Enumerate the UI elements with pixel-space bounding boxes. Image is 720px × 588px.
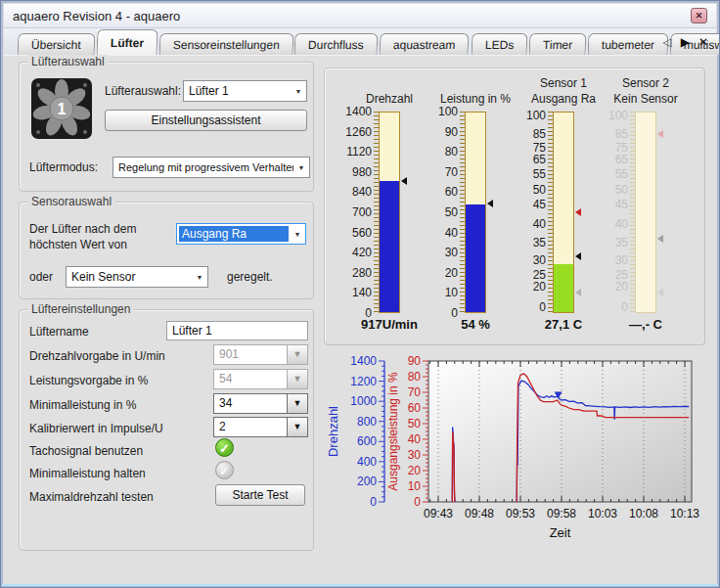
- chevron-down-icon: ▼: [291, 88, 306, 95]
- svg-text:90: 90: [408, 354, 422, 368]
- gauge-scale-label: 35: [602, 236, 628, 249]
- start-test-button[interactable]: Starte Test: [215, 484, 305, 506]
- gauge-scale-label: 0: [602, 300, 628, 314]
- svg-text:40: 40: [408, 432, 422, 446]
- secondary-sensor-combobox[interactable]: Kein Sensor ▼: [66, 266, 208, 288]
- svg-text:10: 10: [408, 479, 422, 493]
- svg-text:20: 20: [408, 464, 422, 477]
- fan-name-input[interactable]: Lüfter 1: [166, 321, 308, 340]
- fan-mode-label: Lüftermodus:: [29, 160, 98, 174]
- tab-scroll-right-icon[interactable]: ▶: [681, 35, 690, 49]
- gauge-scale-label: 50: [602, 183, 628, 197]
- gauge-scale-label: 980: [345, 165, 372, 179]
- gauge-scale-label: 1260: [345, 125, 372, 139]
- gauge-marker-icon[interactable]: [575, 208, 581, 216]
- chevron-down-icon: ▼: [293, 164, 309, 171]
- gauge-scale-label: 0: [519, 300, 546, 314]
- gauge-fill: [380, 181, 399, 312]
- tab-l-fter[interactable]: Lüfter: [96, 29, 158, 55]
- settings-assistant-button[interactable]: Einstellungsassistent: [105, 110, 307, 131]
- gauge-scale-label: 20: [519, 280, 546, 294]
- gauge-scale-label: 840: [345, 185, 372, 199]
- group-sensor-selection: Sensorauswahl Der Lüfter nach dem höchst…: [19, 202, 314, 299]
- sensor-rule-label-line1: Der Lüfter nach dem: [29, 222, 136, 236]
- gauge-marker-icon[interactable]: [575, 252, 581, 260]
- fan-icon: 1: [31, 78, 92, 139]
- svg-text:80: 80: [408, 370, 422, 384]
- tacho-signal-check-icon[interactable]: ✓: [215, 438, 234, 457]
- gauge-scale-label: 70: [431, 165, 458, 179]
- power-target-value: 54: [214, 370, 287, 388]
- tab-aquastream[interactable]: aquastream: [380, 33, 470, 55]
- gauge-scale-label: 30: [519, 253, 546, 267]
- regulated-suffix-label: geregelt.: [227, 270, 273, 284]
- svg-text:09:53: 09:53: [506, 507, 535, 520]
- gauge-marker-icon[interactable]: [401, 177, 407, 185]
- gauge-marker-icon[interactable]: [487, 200, 493, 207]
- gauge-scale-label: 40: [602, 217, 628, 231]
- tab-durchfluss[interactable]: Durchfluss: [294, 33, 378, 55]
- gauge-scale-label: 50: [519, 183, 546, 197]
- min-power-label: Minimalleistung in %: [29, 398, 136, 412]
- tab-scroll-left-icon[interactable]: ◁: [662, 35, 671, 49]
- gauge-scale-label: 80: [431, 145, 458, 158]
- svg-text:09:58: 09:58: [547, 507, 576, 520]
- fan-mode-combobox[interactable]: Regelung mit progressivem Verhalter ▼: [112, 157, 310, 178]
- svg-text:10:08: 10:08: [629, 507, 658, 520]
- svg-text:70: 70: [408, 385, 422, 399]
- tab-close-icon[interactable]: ✕: [698, 35, 708, 49]
- close-icon[interactable]: ✕: [691, 8, 707, 23]
- min-power-value: 34: [214, 394, 287, 413]
- gauge-scale-label: 140: [345, 286, 372, 299]
- gauge-scale-label: 85: [602, 127, 628, 141]
- rpm-target-spinner: 901 ▼: [213, 344, 308, 365]
- gauge-marker-icon[interactable]: [657, 235, 663, 243]
- svg-text:1000: 1000: [350, 394, 377, 408]
- gauge-header-line2: Kein Sensor: [594, 92, 698, 106]
- calibration-spinner[interactable]: 2 ▼: [213, 417, 308, 437]
- gauge-marker-icon[interactable]: [575, 289, 581, 296]
- svg-text:09:43: 09:43: [424, 507, 453, 520]
- gauge-bar: [553, 112, 574, 313]
- svg-text:Ausgangsleistung in %: Ausgangsleistung in %: [386, 372, 400, 491]
- gauge-scale-label: 1400: [345, 105, 372, 118]
- svg-text:30: 30: [408, 448, 422, 462]
- fan-selector-combobox[interactable]: Lüfter 1 ▼: [183, 80, 307, 102]
- gauge-scale-label: 420: [345, 246, 372, 259]
- gauge-kein-sensor: Sensor 2Kein Sensor100857565555045403530…: [602, 76, 690, 342]
- hold-min-power-label: Minimalleistung halten: [29, 467, 146, 480]
- tab-sensoreinstellungen[interactable]: Sensoreinstellungen: [158, 33, 293, 55]
- hold-min-power-check-icon[interactable]: ✓: [215, 461, 234, 479]
- chevron-down-icon: ▼: [192, 274, 207, 281]
- svg-text:10:13: 10:13: [670, 507, 699, 520]
- gauge-scale-label: 90: [431, 125, 458, 139]
- spinner-down-icon[interactable]: ▼: [287, 418, 307, 436]
- title-bar: aquaero Revision 4 - aquaero ✕: [4, 4, 716, 28]
- spinner-down-icon[interactable]: ▼: [287, 394, 307, 413]
- gauge-bar: [465, 112, 486, 313]
- gauge-marker-icon[interactable]: [657, 130, 663, 138]
- gauge-bar: [379, 112, 400, 313]
- svg-text:60: 60: [408, 401, 422, 415]
- primary-sensor-combobox[interactable]: Ausgang Ra ▼: [176, 223, 306, 245]
- window-title: aquaero Revision 4 - aquaero: [13, 9, 180, 23]
- gauge-scale-label: 65: [519, 153, 546, 166]
- tab-timer[interactable]: Timer: [528, 33, 586, 55]
- window-bottom-accent: [2, 584, 718, 586]
- gauge-scale-label: 40: [431, 226, 458, 240]
- min-power-spinner[interactable]: 34 ▼: [213, 393, 308, 414]
- gauge-scale-label: 100: [431, 105, 458, 118]
- svg-text:Zeit: Zeit: [550, 525, 571, 540]
- gauge-scale-label: 60: [431, 185, 458, 199]
- tab--bersicht[interactable]: Übersicht: [18, 33, 95, 55]
- svg-text:400: 400: [357, 455, 377, 469]
- tab-tubemeter[interactable]: tubemeter: [588, 33, 669, 55]
- gauge-marker-icon[interactable]: [657, 289, 663, 296]
- tab-leds[interactable]: LEDs: [471, 33, 527, 55]
- spinner-down-icon: ▼: [287, 345, 307, 364]
- gauge-drehzahl: Drehzahl14001260112098084070056042028014…: [345, 76, 433, 342]
- tacho-signal-label: Tachosignal benutzen: [29, 444, 143, 458]
- fan-selector-label: Lüfterauswahl:: [105, 84, 181, 98]
- svg-text:1400: 1400: [350, 354, 377, 368]
- spinner-down-icon: ▼: [287, 370, 307, 388]
